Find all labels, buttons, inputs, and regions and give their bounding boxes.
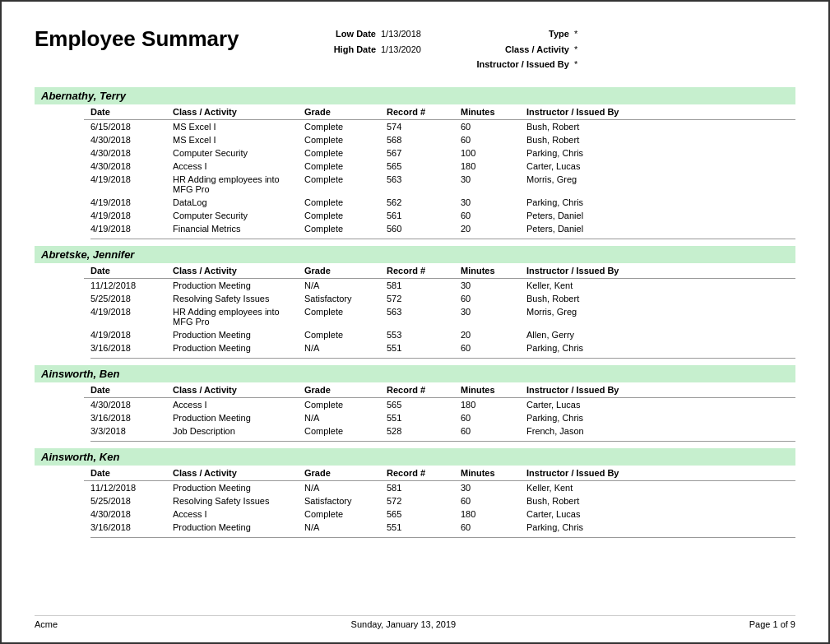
cell-date: 4/19/2018 [90,211,173,220]
cell-minutes: 60 [461,413,526,423]
instructor-row: Instructor / Issued By * [471,57,577,72]
cell-date: 6/15/2018 [90,122,173,132]
cell-activity: Production Meeting [173,343,304,353]
table-row: 6/15/2018MS Excel IComplete57460Bush, Ro… [84,120,795,133]
cell-activity: Production Meeting [173,483,304,493]
table-row: 4/30/2018Computer SecurityComplete567100… [84,146,795,160]
instructor-label: Instructor / Issued By [471,57,569,72]
cell-date: 3/16/2018 [90,413,173,423]
table-row: 4/30/2018Access IComplete565180Carter, L… [84,507,795,521]
cell-record: 572 [387,294,461,303]
column-headers: DateClass / ActivityGradeRecord #Minutes… [84,104,795,120]
cell-activity: Access I [173,161,304,171]
cell-activity: Computer Security [173,148,304,158]
type-row: Type * [471,26,577,42]
column-header-minutes: Minutes [461,385,526,395]
table-row: 11/12/2018Production MeetingN/A58130Kell… [84,279,795,292]
cell-instructor: Parking, Chris [526,197,675,207]
cell-date: 4/30/2018 [90,161,173,171]
cell-record: 528 [387,426,461,436]
cell-date: 4/30/2018 [90,400,173,410]
column-header-minutes: Minutes [461,266,526,276]
cell-grade: Complete [304,161,387,171]
column-header-grade: Grade [304,107,387,117]
cell-record: 551 [387,343,461,353]
high-date-row: High Date 1/13/2020 [314,42,421,58]
table-row: 3/16/2018Production MeetingN/A55160Parki… [84,411,795,424]
cell-instructor: Morris, Greg [526,174,675,194]
column-header-classActivity: Class / Activity [173,107,304,117]
cell-grade: N/A [304,522,387,532]
cell-activity: Job Description [173,426,304,436]
cell-grade: Complete [304,197,387,207]
cell-record: 551 [387,522,461,532]
header-meta-right: Type * Class / Activity * Instructor / I… [471,26,577,72]
cell-instructor: Carter, Lucas [526,509,675,519]
cell-grade: Complete [304,211,387,220]
cell-minutes: 60 [461,211,526,220]
column-header-instructor: Instructor / Issued By [526,266,675,276]
cell-grade: Complete [304,122,387,132]
cell-minutes: 30 [461,483,526,493]
employee-name: Abernathy, Terry [35,87,795,104]
cell-record: 565 [387,400,461,410]
cell-instructor: Peters, Daniel [526,224,675,234]
cell-minutes: 30 [461,280,526,290]
cell-minutes: 60 [461,294,526,303]
cell-date: 4/19/2018 [90,330,173,340]
cell-date: 3/3/2018 [90,426,173,436]
column-headers: DateClass / ActivityGradeRecord #Minutes… [84,466,795,481]
cell-grade: Complete [304,330,387,340]
cell-grade: N/A [304,280,387,290]
cell-instructor: Keller, Kent [526,280,675,290]
table-row: 11/12/2018Production MeetingN/A58130Kell… [84,481,795,494]
column-header-classActivity: Class / Activity [173,266,304,276]
report-header: Employee Summary Low Date 1/13/2018 High… [35,26,795,72]
report-footer: Acme Sunday, January 13, 2019 Page 1 of … [35,615,795,629]
cell-record: 574 [387,122,461,132]
cell-date: 11/12/2018 [90,280,173,290]
class-activity-row: Class / Activity * [471,42,577,58]
table-row: 4/19/2018HR Adding employees intoMFG Pro… [84,173,795,196]
cell-activity: Financial Metrics [173,224,304,234]
cell-record: 567 [387,148,461,158]
cell-minutes: 60 [461,496,526,506]
cell-activity: Resolving Safety Issues [173,496,304,506]
cell-record: 565 [387,161,461,171]
column-header-recordNum: Record # [387,385,461,395]
cell-instructor: Keller, Kent [526,483,675,493]
cell-instructor: Parking, Chris [526,343,675,353]
cell-activity: Access I [173,509,304,519]
table-row: 3/16/2018Production MeetingN/A55160Parki… [84,341,795,354]
table-row: 4/19/2018Production MeetingComplete55320… [84,328,795,341]
column-header-date: Date [90,385,173,395]
cell-record: 563 [387,174,461,194]
column-header-date: Date [90,107,173,117]
table-row: 4/30/2018MS Excel IComplete56860Bush, Ro… [84,133,795,146]
column-header-date: Date [90,266,173,276]
cell-minutes: 180 [461,509,526,519]
table-row: 3/3/2018Job DescriptionComplete52860Fren… [84,424,795,438]
cell-record: 572 [387,496,461,506]
cell-instructor: Bush, Robert [526,496,675,506]
cell-record: 565 [387,509,461,519]
cell-record: 561 [387,211,461,220]
cell-date: 4/30/2018 [90,148,173,158]
column-header-instructor: Instructor / Issued By [526,468,675,478]
class-activity-value: * [574,42,577,58]
cell-grade: N/A [304,343,387,353]
table-row: 4/19/2018DataLogComplete56230Parking, Ch… [84,196,795,209]
cell-activity: HR Adding employees intoMFG Pro [173,174,304,194]
table-row: 5/25/2018Resolving Safety IssuesSatisfac… [84,494,795,507]
section-divider [90,239,795,239]
cell-minutes: 60 [461,522,526,532]
employee-name: Ainsworth, Ken [35,448,795,466]
cell-record: 563 [387,307,461,327]
report-title: Employee Summary [35,26,265,52]
high-date-label: High Date [314,42,376,58]
cell-grade: Satisfactory [304,496,387,506]
table-row: 4/30/2018Access IComplete565180Carter, L… [84,160,795,173]
header-meta-left: Low Date 1/13/2018 High Date 1/13/2020 [314,26,421,57]
cell-grade: Complete [304,148,387,158]
cell-grade: Complete [304,224,387,234]
